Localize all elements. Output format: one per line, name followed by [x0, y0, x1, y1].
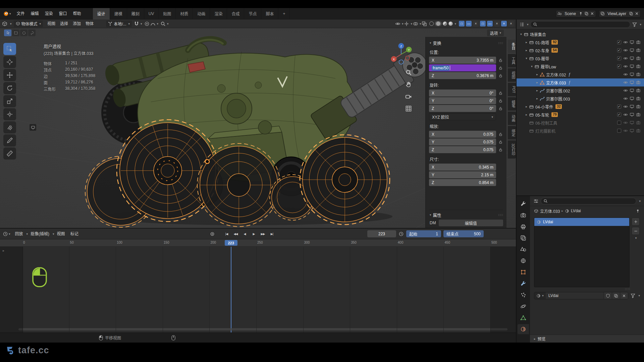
- shading-rendered-button[interactable]: [448, 21, 453, 26]
- properties-tab-view-layer[interactable]: [518, 233, 529, 243]
- add-slot-button[interactable]: [632, 218, 640, 226]
- preview-range-icon[interactable]: [398, 231, 404, 237]
- exclude-checkbox[interactable]: ✓: [616, 56, 622, 60]
- camera-toggle[interactable]: [635, 96, 641, 101]
- header-toggle-button[interactable]: ×: [501, 21, 507, 26]
- header-toggle-button[interactable]: —: [466, 21, 472, 26]
- properties-editor-icon[interactable]: [533, 198, 539, 204]
- lock-icon[interactable]: [498, 66, 503, 70]
- camera-icon[interactable]: [636, 72, 641, 77]
- play-button[interactable]: ▶: [250, 231, 258, 237]
- preview-panel-header[interactable]: ▸ 预览: [530, 335, 644, 343]
- eye-icon[interactable]: [623, 40, 628, 45]
- camera-icon[interactable]: [636, 120, 641, 125]
- topbar-menu[interactable]: 窗口: [56, 8, 70, 19]
- monitor-toggle[interactable]: [629, 48, 635, 53]
- collapse-icon[interactable]: ▾: [524, 57, 529, 60]
- camera-icon[interactable]: [636, 112, 641, 117]
- copy-material-button[interactable]: [612, 292, 620, 299]
- exclude-checkbox[interactable]: ✓: [616, 40, 622, 44]
- camera-toggle[interactable]: [635, 112, 641, 117]
- camera-toggle[interactable]: [635, 80, 641, 85]
- topbar-menu[interactable]: 编辑: [28, 8, 42, 19]
- checkbox[interactable]: ✓: [617, 40, 621, 44]
- monitor-icon[interactable]: [630, 96, 634, 101]
- outliner-row[interactable]: ▸02-车身54✓: [517, 46, 644, 54]
- lock-icon[interactable]: [498, 73, 503, 78]
- blender-logo-icon[interactable]: [3, 11, 9, 16]
- monitor-toggle[interactable]: [629, 112, 635, 117]
- outliner-row[interactable]: ▸04-小零件32✓: [517, 103, 644, 111]
- exclude-checkbox[interactable]: ✓: [616, 64, 622, 68]
- camera-toggle[interactable]: [635, 88, 641, 93]
- grip-icon[interactable]: ∷∷: [530, 287, 644, 292]
- mode-selector[interactable]: 物体模式 ▾: [14, 20, 43, 27]
- pin-icon[interactable]: [579, 11, 583, 16]
- timeline-menu[interactable]: 抠像(插帧): [28, 229, 52, 239]
- outliner-row[interactable]: 06-控制工具: [517, 119, 644, 127]
- proportional-icon[interactable]: [144, 21, 150, 26]
- lock-icon[interactable]: [498, 147, 503, 152]
- select-box-tool[interactable]: [3, 43, 16, 55]
- checkbox[interactable]: ✓: [617, 113, 621, 117]
- outliner-row[interactable]: ▸01-炮塔92✓: [517, 38, 644, 46]
- expand-icon[interactable]: ▸: [524, 113, 529, 116]
- workspace-tab[interactable]: 动画: [193, 8, 210, 19]
- eye-toggle[interactable]: [622, 40, 629, 45]
- material-browse-button[interactable]: ▾: [534, 292, 546, 299]
- outliner-row[interactable]: ▾03-履带✓: [517, 54, 644, 62]
- exclude-checkbox[interactable]: ✓: [616, 48, 622, 52]
- checkbox[interactable]: [617, 121, 621, 125]
- options-button[interactable]: 选项▾: [487, 29, 504, 36]
- eye-toggle[interactable]: [622, 80, 629, 85]
- location-z-field[interactable]: Z0.3676 m: [429, 72, 496, 79]
- monitor-toggle[interactable]: [629, 96, 635, 101]
- checkbox[interactable]: [617, 129, 621, 133]
- outliner-editor-icon[interactable]: [519, 22, 525, 27]
- zoom-icon[interactable]: [405, 69, 412, 76]
- expand-icon[interactable]: ▸: [535, 81, 540, 84]
- jump-end-button[interactable]: ▶|: [268, 231, 276, 237]
- camera-toggle[interactable]: [635, 56, 641, 61]
- current-frame-field[interactable]: 223: [367, 230, 396, 237]
- playhead-frame-badge[interactable]: 223: [225, 240, 237, 246]
- collapse-icon[interactable]: ▾: [529, 65, 534, 68]
- timeline-ruler[interactable]: 050100150200250300350400450500: [0, 239, 516, 247]
- monitor-toggle[interactable]: [629, 128, 635, 133]
- camera-icon[interactable]: [636, 48, 641, 53]
- camera-icon[interactable]: [636, 56, 641, 61]
- monitor-toggle[interactable]: [629, 40, 635, 45]
- lock-icon[interactable]: [498, 58, 503, 62]
- monitor-icon[interactable]: [630, 88, 634, 93]
- camera-icon[interactable]: [636, 64, 641, 69]
- falloff-icon[interactable]: [150, 21, 156, 26]
- select-mode-lasso-button[interactable]: [28, 29, 36, 36]
- playhead[interactable]: [231, 247, 231, 333]
- rotation-z-field[interactable]: Z0°: [429, 105, 496, 112]
- eye-icon[interactable]: [623, 64, 628, 69]
- properties-tab-material[interactable]: [518, 324, 529, 334]
- camera-toggle[interactable]: [635, 128, 641, 133]
- rotate-tool[interactable]: [3, 82, 16, 94]
- monitor-icon[interactable]: [630, 64, 634, 69]
- properties-tab-physics[interactable]: [518, 301, 529, 311]
- frame-end-field[interactable]: 结束点500: [443, 230, 484, 237]
- collapse-icon[interactable]: ▾: [519, 33, 524, 36]
- viewport-menu[interactable]: 物体: [83, 18, 96, 29]
- npanel-tab[interactable]: 绑定: [508, 126, 516, 139]
- eye-icon[interactable]: [623, 56, 628, 61]
- orientation-selector[interactable]: 本地/... ▾: [106, 20, 132, 27]
- frame-start-field[interactable]: 起始1: [406, 230, 441, 237]
- lock-icon[interactable]: [498, 132, 503, 136]
- annotate-tool[interactable]: [3, 121, 16, 133]
- viewport-widget-icon[interactable]: [30, 124, 36, 131]
- camera-toggle[interactable]: [635, 120, 641, 125]
- unlink-material-button[interactable]: [620, 292, 628, 299]
- camera-toggle[interactable]: [635, 104, 641, 109]
- eye-icon[interactable]: [623, 48, 628, 53]
- workspace-tab[interactable]: 节点: [244, 8, 261, 19]
- select-mode-tweak-button[interactable]: [4, 29, 11, 36]
- camera-toggle[interactable]: [635, 64, 641, 69]
- expand-icon[interactable]: ▸: [524, 49, 529, 52]
- gizmo-z-label[interactable]: Z: [400, 45, 402, 48]
